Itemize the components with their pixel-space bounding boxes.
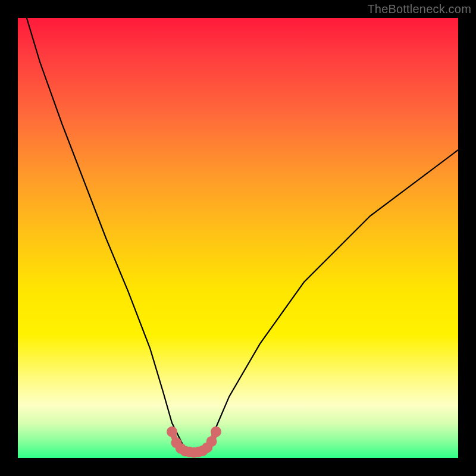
bottleneck-curve-path [27, 18, 458, 453]
plot-area [18, 18, 458, 458]
chart-svg [18, 18, 458, 458]
chart-frame: TheBottleneck.com [0, 0, 476, 476]
watermark-text: TheBottleneck.com [367, 2, 471, 16]
